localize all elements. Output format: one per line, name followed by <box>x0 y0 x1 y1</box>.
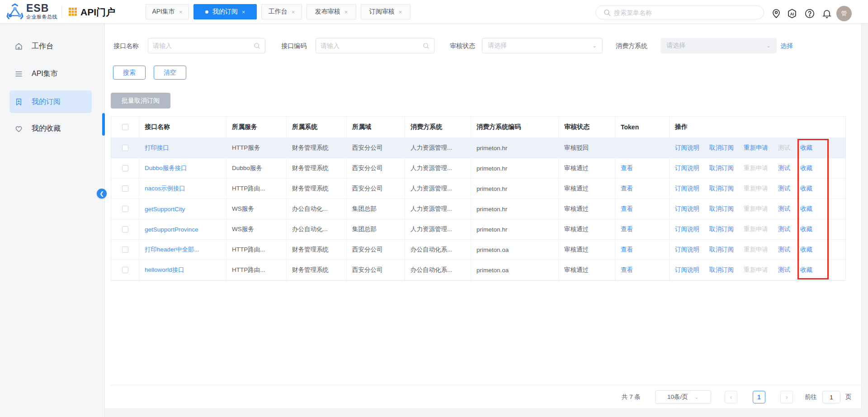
favorite-link[interactable]: 收藏 <box>800 205 812 213</box>
row-checkbox[interactable] <box>122 185 128 192</box>
clear-button[interactable]: 清空 <box>154 66 186 80</box>
page-size-select[interactable]: 10条/页 ⌄ <box>655 390 711 404</box>
token-view-link[interactable]: 查看 <box>621 225 633 233</box>
next-page-button[interactable]: › <box>780 391 793 403</box>
row-checkbox[interactable] <box>122 246 128 253</box>
sidebar-item-workbench[interactable]: 工作台 <box>9 37 92 55</box>
prev-page-button[interactable]: ‹ <box>725 391 737 403</box>
tab-close-icon[interactable]: × <box>292 9 295 15</box>
heart-icon <box>14 124 23 133</box>
row-checkbox[interactable] <box>122 165 128 171</box>
row-checkbox[interactable] <box>122 267 128 273</box>
reapply-link[interactable]: 重新申请 <box>744 144 768 152</box>
interface-name-link[interactable]: 打印接口 <box>145 144 169 152</box>
tab-api-market[interactable]: API集市 × <box>146 4 189 19</box>
select-all-checkbox[interactable] <box>122 124 128 130</box>
test-link[interactable]: 测试 <box>778 164 790 172</box>
token-view-link[interactable]: 查看 <box>621 246 633 254</box>
cell-domain: 集团总部 <box>347 219 405 240</box>
unsubscribe-link[interactable]: 取消订阅 <box>709 246 734 254</box>
tab-close-icon[interactable]: × <box>179 9 183 15</box>
unsubscribe-link[interactable]: 取消订阅 <box>709 205 734 213</box>
subscription-note-link[interactable]: 订阅说明 <box>675 164 699 172</box>
col-consumer-system: 消费方系统 <box>405 117 471 138</box>
interface-name-link[interactable]: helloworld接口 <box>145 266 184 274</box>
interface-code-field[interactable] <box>316 38 434 53</box>
tab-workbench[interactable]: 工作台 × <box>261 4 302 19</box>
unsubscribe-link[interactable]: 取消订阅 <box>709 185 734 193</box>
avatar-initial: 管 <box>841 9 847 18</box>
interface-name-link[interactable]: getSupportCity <box>145 206 185 213</box>
favorite-link[interactable]: 收藏 <box>800 246 812 254</box>
token-view-link[interactable]: 查看 <box>621 164 633 172</box>
row-checkbox[interactable] <box>122 145 128 151</box>
interface-name-link[interactable]: 打印header中全部... <box>145 246 199 254</box>
tab-close-icon[interactable]: × <box>399 9 402 15</box>
interface-name-input[interactable] <box>153 42 254 49</box>
consumer-select-link[interactable]: 选择 <box>780 38 793 53</box>
goto-page-input[interactable] <box>822 391 840 403</box>
subscription-note-link[interactable]: 订阅说明 <box>675 266 699 274</box>
favorite-link[interactable]: 收藏 <box>800 185 812 193</box>
tab-my-subscriptions[interactable]: 我的订阅 × <box>193 4 257 19</box>
location-pin-icon[interactable] <box>771 8 782 19</box>
favorite-link[interactable]: 收藏 <box>800 266 812 274</box>
notifications-bell-icon[interactable] <box>821 8 832 19</box>
tab-label: 工作台 <box>269 8 288 16</box>
test-link[interactable]: 测试 <box>778 225 790 233</box>
cell-operations: 订阅说明 取消订阅 重新申请 测试 收藏 <box>670 260 845 280</box>
test-link[interactable]: 测试 <box>778 246 790 254</box>
interface-name-link[interactable]: Dubbo服务接口 <box>145 164 187 172</box>
sidebar-item-my-favorites[interactable]: 我的收藏 <box>9 119 92 137</box>
favorite-link[interactable]: 收藏 <box>800 225 812 233</box>
tab-close-icon[interactable]: × <box>344 9 348 15</box>
subscription-note-link[interactable]: 订阅说明 <box>675 246 699 254</box>
subscription-note-link[interactable]: 订阅说明 <box>675 205 699 213</box>
subscription-note-link[interactable]: 订阅说明 <box>675 225 699 233</box>
cell-consumer-system: 人力资源管理... <box>405 138 471 158</box>
menu-search-box[interactable] <box>595 5 764 19</box>
search-button[interactable]: 搜索 <box>113 66 146 80</box>
tab-publish-review[interactable]: 发布审核 × <box>307 4 356 19</box>
favorite-link[interactable]: 收藏 <box>800 164 812 172</box>
sidebar-nav: 工作台 API集市 我的订阅 我的收藏 <box>0 24 105 417</box>
tab-subscribe-review[interactable]: 订阅审核 × <box>361 4 410 19</box>
unsubscribe-link[interactable]: 取消订阅 <box>709 144 734 152</box>
interface-name-link[interactable]: getSupportProvince <box>145 226 198 233</box>
menu-search-input[interactable] <box>614 9 750 16</box>
sidebar-item-api-market[interactable]: API集市 <box>9 65 92 83</box>
row-checkbox[interactable] <box>122 206 128 212</box>
cell-consumer-system: 办公自动化系... <box>405 240 471 260</box>
col-domain: 所属域 <box>347 117 405 138</box>
subscription-note-link[interactable]: 订阅说明 <box>675 185 699 193</box>
interface-name-field[interactable] <box>148 38 265 53</box>
interface-name-link[interactable]: nacos示例接口 <box>145 185 185 193</box>
sidebar-item-label: API集市 <box>32 69 58 79</box>
help-icon[interactable] <box>804 8 815 19</box>
cell-operations: 订阅说明 取消订阅 重新申请 测试 收藏 <box>670 240 845 260</box>
unsubscribe-link[interactable]: 取消订阅 <box>709 164 734 172</box>
interface-code-input[interactable] <box>321 42 423 49</box>
unsubscribe-link[interactable]: 取消订阅 <box>709 225 734 233</box>
ai-assistant-icon[interactable]: AI <box>787 8 797 19</box>
token-view-link[interactable]: 查看 <box>621 205 633 213</box>
brand-title: ESB <box>26 3 57 14</box>
tab-label: 发布审核 <box>315 8 340 16</box>
subscription-note-link[interactable]: 订阅说明 <box>675 144 699 152</box>
sidebar-collapse-button[interactable]: ❮ <box>97 189 107 199</box>
sidebar-item-my-subscriptions[interactable]: 我的订阅 <box>9 90 92 113</box>
cell-audit-status: 审核通过 <box>559 179 615 199</box>
unsubscribe-link[interactable]: 取消订阅 <box>709 266 734 274</box>
token-view-link[interactable]: 查看 <box>621 185 633 193</box>
user-avatar[interactable]: 管 <box>836 6 852 21</box>
tab-close-icon[interactable]: × <box>242 9 245 15</box>
consumer-system-select[interactable]: 请选择 ⌄ <box>660 38 777 53</box>
audit-status-select[interactable]: 请选择 ⌄ <box>482 38 603 53</box>
token-view-link[interactable]: 查看 <box>621 266 633 274</box>
row-checkbox[interactable] <box>122 226 128 232</box>
page-1-button[interactable]: 1 <box>753 391 765 403</box>
test-link[interactable]: 测试 <box>778 266 790 274</box>
favorite-link[interactable]: 收藏 <box>800 144 812 152</box>
test-link[interactable]: 测试 <box>778 205 790 213</box>
test-link[interactable]: 测试 <box>778 185 790 193</box>
